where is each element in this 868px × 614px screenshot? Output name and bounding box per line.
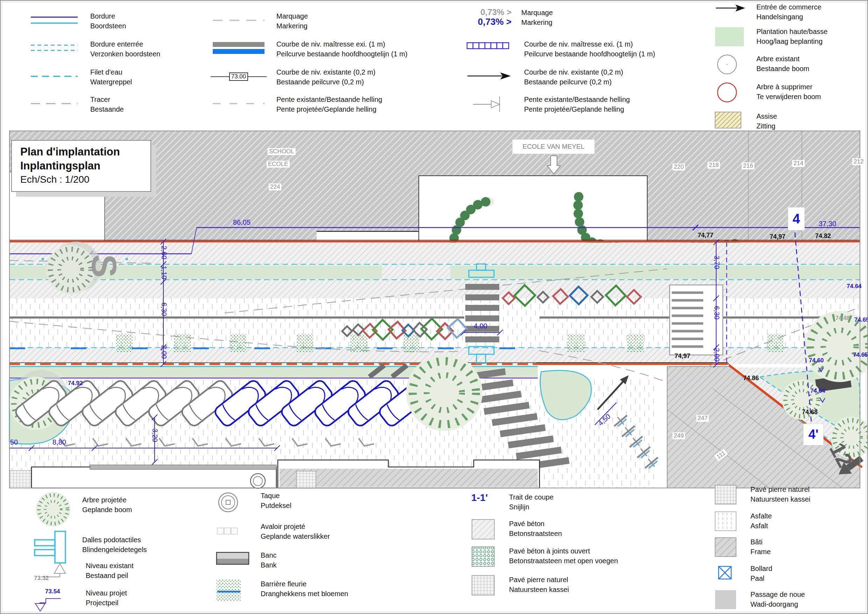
legend-label-fr: Pavé béton à joints ouvert (509, 546, 618, 556)
legend-label-nl: Natuursteen kassei (509, 584, 569, 594)
legend-label-fr: Assise (756, 111, 777, 121)
wadi-passage-icon (715, 589, 741, 612)
legend-avaloir: Avaloir projetéGeplande waterslikker (216, 522, 330, 542)
bike-stand-strip (670, 285, 723, 355)
legend-label-fr: Pente existante/Bestaande helling (276, 95, 382, 104)
house-214: 214 (792, 160, 804, 167)
legend-label-fr: Niveau existant (86, 561, 134, 570)
legend-assise: AssiseZitting (715, 111, 777, 131)
legend-label-nl: Zitting (756, 121, 777, 131)
plantation-swatch-icon (715, 26, 747, 48)
trace-line-icon (28, 95, 81, 115)
legend-label-nl: Snijlijn (509, 502, 553, 512)
legend-label-nl: Bank (260, 560, 277, 570)
elev-74-92: 74.92 (68, 380, 83, 387)
legend-label-nl: Frame (750, 547, 771, 556)
legend-label-nl: Hoog/laag beplanting (756, 36, 828, 46)
legend-label-nl: Bestaande peilcurve (0,2 m) (524, 77, 623, 87)
plan-sheet: Plan d'implantation Inplantingsplan Ech/… (0, 0, 868, 614)
elev-74-64-a: 74.64 (847, 283, 862, 290)
legend-pente: Pente existante/Bestaande hellingPente p… (211, 95, 382, 115)
legend-label-nl: Betonstraatsteen met open voegen (509, 556, 618, 566)
legend-label-nl: Pente projetée/Geplande helling (524, 104, 630, 114)
legend-label-fr: Barrière fleurie (260, 579, 348, 589)
legend-label-nl: Geplande waterslikker (260, 532, 330, 541)
legend-label-fr: Arbre à supprimer (756, 82, 821, 92)
legend-label-fr: Avaloir projeté (260, 522, 330, 532)
dim-86-05: 86,05 (233, 218, 251, 227)
label-school-nl: SCHOOL (268, 148, 296, 155)
elev-74-97-a: 74,97 (770, 233, 786, 241)
projected-level-icon: 73.54 (34, 588, 76, 611)
legend-flow-arrow: Courbe de niv. existante (0,2 m)Bestaand… (465, 67, 623, 87)
commerce-entrance-arrow-icon (715, 2, 747, 16)
legend-label-nl: Blindengeleidetegels (82, 545, 147, 555)
section-marker-4prime: 4' (803, 424, 823, 445)
legend-bordure: BordureBoordsteen (28, 11, 126, 31)
legend-bollard: BollardPaal (715, 564, 772, 584)
marking-line-icon (211, 11, 267, 31)
cut-line-icon: 1-1' (471, 492, 499, 504)
legend-label-nl: Peilcurve bestaande hoofdhoogtelijn (1 m… (524, 49, 655, 59)
legend-label-fr: Bordure enterrée (90, 39, 160, 49)
flower-barrier-icon (216, 579, 251, 603)
elev-74-68: 74.68 (802, 409, 818, 416)
title-block: Plan d'implantation Inplantingsplan Ech/… (11, 140, 151, 192)
legend-square-strip: Courbe de niv. maîtresse exi. (1 m)Peilc… (465, 39, 655, 59)
natural-stone-icon (715, 485, 741, 507)
master-contour-icon (211, 39, 267, 59)
legend-entree-commerce: Entrée de commerceHandelsingang (715, 2, 822, 22)
legend-label-fr: Dalles podotactiles (82, 535, 147, 545)
legend-passage-noue: Passage de noueWadi-doorgang (715, 589, 805, 612)
street-letter-s: S (84, 254, 124, 278)
black-arrow-icon (465, 67, 514, 86)
legend-label-fr: Entrée de commerce (756, 2, 822, 12)
legend-label-nl: Dranghekkens met bloemen (260, 589, 348, 598)
label-school-fr: ECOLE (267, 161, 290, 168)
legend-pave-pierre-2: Pavé pierre naturelNatuursteen kassei (715, 485, 810, 507)
existing-tree-icon (715, 54, 747, 76)
elev-74-82: 74.82 (815, 232, 831, 240)
legend-pave-beton: Pavé bétonBetonstraatsteen (471, 519, 562, 542)
concrete-paving-icon (471, 519, 499, 542)
legend-asfalte: AsfalteAsfalt (715, 511, 772, 533)
legend-arbre-supprimer: Arbre à supprimerTe verwijderen boom (715, 82, 821, 104)
legend-label-fr: Arbre existant (756, 54, 809, 64)
dim-6-30-right: 6,30 (713, 306, 721, 320)
plan-scale: Ech/Sch : 1/200 (20, 173, 144, 186)
dim-6-30-left: 6,30 (160, 302, 168, 316)
legend-label-fr: Bordure (90, 11, 126, 21)
legend-slope-arrow: Pente existante/Bestaande hellingPente p… (465, 95, 630, 115)
legend-label-nl: Boordsteen (90, 21, 126, 31)
legend-marquage-line: MarquageMarkering (211, 11, 308, 31)
legend-label-nl: Geplande boom (82, 505, 132, 515)
gutter-icon (28, 67, 81, 87)
square-strip-icon (465, 39, 514, 54)
legend-label-fr: Marquage (521, 8, 553, 17)
pct-existing: 0,73% > (480, 8, 512, 17)
legend-label-nl: Bestaand peil (86, 570, 134, 580)
elev-74-64-b: 74.64 (810, 387, 825, 395)
legend-label-nl: Paal (750, 574, 772, 583)
dim-2-60: 2,60 (160, 246, 168, 260)
gray-slope-arrow-icon (465, 95, 514, 115)
legend-label-nl: Bestaande (90, 104, 124, 114)
legend-label-fr: Niveau projet (86, 588, 127, 598)
legend-label-fr: Courbe de niv. maîtresse exi. (1 m) (524, 39, 655, 49)
legend-label-nl: Markering (521, 17, 553, 27)
section-marker-4: 4 (788, 207, 804, 230)
legend-label-nl: Projectpeil (86, 598, 127, 608)
legend-filet-eau: Filet d'eauWatergreppel (28, 67, 132, 87)
asphalt-icon (715, 511, 741, 533)
dim-2-00-right: 2,00 (713, 348, 721, 362)
contour-value: 73.00 (229, 73, 248, 81)
projected-tree-icon (34, 490, 73, 530)
legend-label-nl: Wadi-doorgang (750, 599, 805, 609)
dim-3-20: 3,20 (151, 429, 159, 442)
dim-3-70: 3,70 (713, 255, 721, 269)
elev-74-97-b: 74,97 (674, 353, 690, 360)
legend-label-nl: Peilcurve bestaande hoofdhoogtelijn (1 m… (276, 49, 408, 59)
legend-label-nl: Putdeksel (260, 501, 291, 510)
legend-banc: BancBank (216, 550, 277, 570)
parcel-247: 247 (696, 415, 709, 422)
